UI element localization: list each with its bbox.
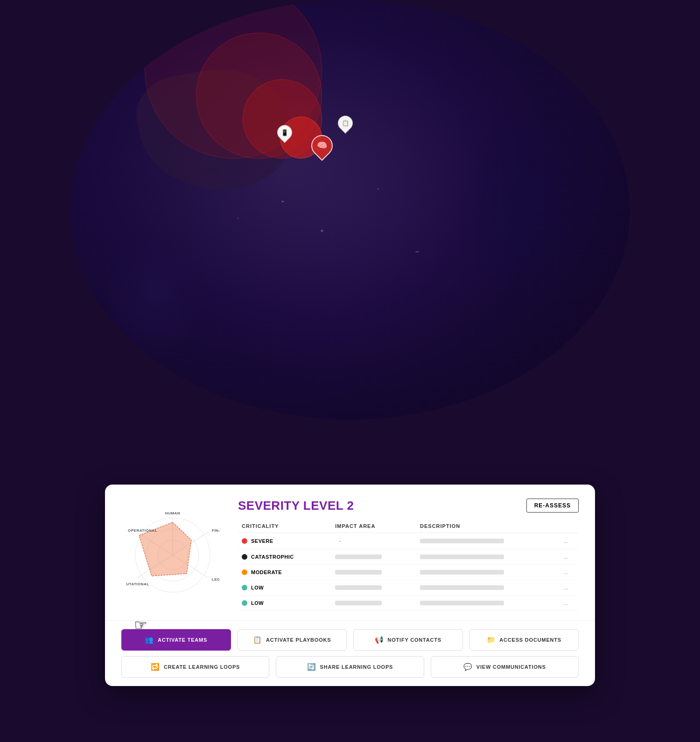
view-comms-label: VIEW COMMUNICATIONS (476, 664, 546, 670)
col-criticality: CRITICALITY (238, 521, 331, 533)
share-learning-label: SHARE LEARNING LOOPS (320, 664, 393, 670)
radar-chart-area: HUMAN FINANCIAL LEGAL REPUTATIONAL OPERA… (121, 499, 224, 611)
notify-contacts-button[interactable]: 📢NOTIFY CONTACTS (353, 629, 463, 651)
crit-cell: LOW (238, 596, 331, 611)
svg-text:REPUTATIONAL: REPUTATIONAL (126, 582, 149, 586)
cursor-pointer: ☞ (134, 616, 147, 634)
impact-cell (331, 565, 416, 580)
table-row: LOW... (238, 596, 579, 611)
secondary-pin-1: 📱 (277, 125, 292, 140)
access-documents-button[interactable]: 📁ACCESS DOCUMENTS (469, 629, 579, 651)
criticality-table: CRITICALITY IMPACT AREA DESCRIPTION SEVE… (238, 521, 579, 611)
col-description: DESCRIPTION (416, 521, 560, 533)
row-menu[interactable]: ... (560, 565, 579, 580)
table-row: CATASTROPHIC... (238, 549, 579, 565)
impact-cell: - (331, 533, 416, 549)
table-row: SEVERE-... (238, 533, 579, 549)
row-menu[interactable]: ... (560, 580, 579, 596)
secondary-pin-2: 📋 (338, 116, 353, 131)
svg-text:FINANCIAL: FINANCIAL (212, 528, 219, 533)
activate-teams-icon: 👥 (145, 636, 154, 644)
desc-cell (416, 565, 560, 580)
access-documents-label: ACCESS DOCUMENTS (499, 637, 561, 643)
impact-cell (331, 596, 416, 611)
main-card: HUMAN FINANCIAL LEGAL REPUTATIONAL OPERA… (105, 485, 595, 686)
activate-teams-label: ACTIVATE TEAMS (158, 637, 207, 643)
create-learning-button[interactable]: 🔁CREATE LEARNING LOOPS (121, 656, 269, 678)
svg-text:LEGAL: LEGAL (212, 577, 219, 582)
activate-playbooks-button[interactable]: 📋ACTIVATE PLAYBOOKS (238, 629, 347, 651)
action-row-1: 👥ACTIVATE TEAMS📋ACTIVATE PLAYBOOKS📢NOTIF… (121, 629, 579, 651)
access-documents-icon: 📁 (487, 636, 496, 644)
crit-cell: SEVERE (238, 533, 331, 549)
re-assess-button[interactable]: RE-ASSESS (526, 499, 579, 513)
radar-svg: HUMAN FINANCIAL LEGAL REPUTATIONAL OPERA… (126, 508, 219, 602)
impact-cell (331, 549, 416, 565)
card-actions: 👥ACTIVATE TEAMS📋ACTIVATE PLAYBOOKS📢NOTIF… (105, 620, 595, 686)
desc-cell (416, 580, 560, 596)
globe-bg: 🧠 📱 📋 (70, 0, 630, 420)
notify-contacts-icon: 📢 (375, 636, 384, 644)
row-menu[interactable]: ... (560, 596, 579, 611)
create-learning-icon: 🔁 (151, 663, 160, 671)
share-learning-button[interactable]: 🔄SHARE LEARNING LOOPS (276, 656, 424, 678)
view-comms-button[interactable]: 💬VIEW COMMUNICATIONS (431, 656, 579, 678)
table-row: MODERATE... (238, 565, 579, 580)
row-menu[interactable]: ... (560, 533, 579, 549)
col-impact: IMPACT AREA (331, 521, 416, 533)
svg-text:OPERATIONAL: OPERATIONAL (128, 528, 157, 533)
view-comms-icon: 💬 (463, 663, 473, 671)
desc-cell (416, 533, 560, 549)
action-row-2: 🔁CREATE LEARNING LOOPS🔄SHARE LEARNING LO… (121, 656, 579, 678)
desc-cell (416, 596, 560, 611)
crit-cell: CATASTROPHIC (238, 549, 331, 565)
severity-title: SEVERITY LEVEL 2 (238, 499, 354, 513)
notify-contacts-label: NOTIFY CONTACTS (387, 637, 441, 643)
activate-playbooks-icon: 📋 (253, 636, 262, 644)
desc-cell (416, 549, 560, 565)
main-incident-pin: 🧠 (311, 135, 333, 156)
severity-info: SEVERITY LEVEL 2 RE-ASSESS CRITICALITY I… (224, 499, 579, 611)
globe-container: 🧠 📱 📋 (70, 0, 630, 420)
activate-playbooks-label: ACTIVATE PLAYBOOKS (266, 637, 331, 643)
row-menu[interactable]: ... (560, 549, 579, 565)
crit-cell: MODERATE (238, 565, 331, 580)
crit-cell: LOW (238, 580, 331, 596)
svg-text:HUMAN: HUMAN (165, 511, 180, 515)
create-learning-label: CREATE LEARNING LOOPS (164, 664, 240, 670)
share-learning-icon: 🔄 (307, 663, 316, 671)
table-row: LOW... (238, 580, 579, 596)
impact-cell (331, 580, 416, 596)
